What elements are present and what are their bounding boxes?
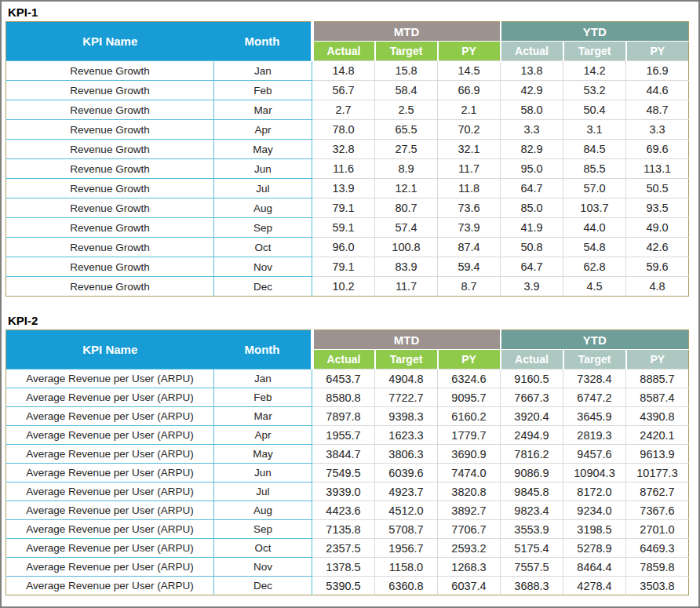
month-cell: Nov — [214, 558, 312, 577]
mtd-target-cell: 15.8 — [375, 61, 438, 81]
mtd-group-header: MTD — [312, 330, 501, 350]
table-row: Revenue GrowthMar2.72.52.158.050.448.7 — [6, 100, 689, 120]
mtd-py-cell: 8.7 — [438, 277, 501, 297]
kpi-name-cell: Average Revenue per User (ARPU) — [6, 520, 214, 539]
mtd-target-cell: 8.9 — [375, 159, 438, 179]
ytd-actual-cell: 42.9 — [501, 81, 563, 100]
month-cell: Jan — [214, 370, 312, 388]
table-row: Average Revenue per User (ARPU)Feb8580.8… — [6, 388, 689, 407]
ytd-actual-header: Actual — [501, 42, 563, 61]
mtd-py-cell: 9095.7 — [438, 388, 501, 407]
kpi-name-cell: Revenue Growth — [6, 120, 214, 140]
ytd-py-cell: 44.6 — [626, 81, 689, 100]
kpi-name-cell: Revenue Growth — [6, 257, 214, 277]
table-row: Average Revenue per User (ARPU)Jan6453.7… — [6, 370, 689, 388]
kpi-2-title: KPI-2 — [8, 313, 698, 328]
ytd-py-cell: 48.7 — [626, 100, 689, 120]
ytd-py-cell: 6469.3 — [626, 539, 689, 558]
mtd-target-header: Target — [375, 42, 438, 61]
ytd-target-cell: 50.4 — [563, 100, 626, 120]
ytd-py-cell: 4390.8 — [626, 407, 689, 426]
mtd-actual-cell: 13.9 — [312, 179, 375, 198]
mtd-target-cell: 4923.7 — [375, 482, 438, 501]
table-row: Revenue GrowthJun11.68.911.795.085.5113.… — [6, 159, 689, 179]
month-cell: Jun — [214, 464, 312, 482]
mtd-actual-cell: 1955.7 — [312, 426, 375, 445]
table-row: Revenue GrowthSep59.157.473.941.944.049.… — [6, 218, 689, 238]
ytd-py-header: PY — [626, 350, 689, 370]
kpi-name-cell: Average Revenue per User (ARPU) — [6, 445, 214, 464]
mtd-py-cell: 6037.4 — [438, 577, 501, 595]
month-cell: Apr — [214, 426, 312, 445]
group-header-row: KPI Name Month MTD YTD — [6, 330, 689, 350]
mtd-target-cell: 6039.6 — [375, 464, 438, 482]
ytd-py-cell: 7859.8 — [626, 558, 689, 577]
mtd-py-cell: 11.7 — [438, 159, 501, 179]
ytd-target-cell: 44.0 — [563, 218, 626, 238]
ytd-py-cell: 2420.1 — [626, 426, 689, 445]
kpi-name-cell: Average Revenue per User (ARPU) — [6, 577, 214, 595]
ytd-py-cell: 8885.7 — [626, 370, 689, 388]
ytd-actual-cell: 9845.8 — [501, 482, 563, 501]
table-row: Average Revenue per User (ARPU)Mar7897.8… — [6, 407, 689, 426]
mtd-target-cell: 27.5 — [375, 140, 438, 159]
ytd-actual-header: Actual — [501, 350, 563, 370]
ytd-actual-cell: 2494.9 — [501, 426, 563, 445]
kpi-name-cell: Revenue Growth — [6, 81, 214, 100]
kpi-name-cell: Average Revenue per User (ARPU) — [6, 464, 214, 482]
month-cell: Mar — [214, 100, 312, 120]
ytd-actual-cell: 3688.3 — [501, 577, 563, 595]
kpi-name-cell: Average Revenue per User (ARPU) — [6, 501, 214, 520]
ytd-py-cell: 10177.3 — [626, 464, 689, 482]
ytd-py-cell: 69.6 — [626, 140, 689, 159]
ytd-py-cell: 8762.7 — [626, 482, 689, 501]
ytd-target-header: Target — [563, 350, 626, 370]
table-row: Average Revenue per User (ARPU)Nov1378.5… — [6, 558, 689, 577]
mtd-py-cell: 2.1 — [438, 100, 501, 120]
ytd-actual-cell: 9086.9 — [501, 464, 563, 482]
ytd-actual-cell: 95.0 — [501, 159, 563, 179]
mtd-py-cell: 3820.8 — [438, 482, 501, 501]
mtd-py-cell: 6324.6 — [438, 370, 501, 388]
month-cell: May — [214, 140, 312, 159]
mtd-py-cell: 73.6 — [438, 198, 501, 218]
mtd-py-cell: 7706.7 — [438, 520, 501, 539]
month-cell: Sep — [214, 218, 312, 238]
kpi-1-title: KPI-1 — [8, 5, 698, 20]
mtd-actual-header: Actual — [312, 42, 375, 61]
month-cell: Jun — [214, 159, 312, 179]
mtd-py-cell: 73.9 — [438, 218, 501, 238]
kpi-name-cell: Average Revenue per User (ARPU) — [6, 370, 214, 388]
mtd-target-cell: 100.8 — [375, 238, 438, 257]
kpi-name-cell: Revenue Growth — [6, 198, 214, 218]
ytd-actual-cell: 9823.4 — [501, 501, 563, 520]
mtd-target-cell: 2.5 — [375, 100, 438, 120]
table-row: Average Revenue per User (ARPU)Jul3939.0… — [6, 482, 689, 501]
mtd-target-cell: 1956.7 — [375, 539, 438, 558]
ytd-target-cell: 4278.4 — [563, 577, 626, 595]
month-cell: Sep — [214, 520, 312, 539]
mtd-actual-cell: 79.1 — [312, 257, 375, 277]
mtd-actual-cell: 2357.5 — [312, 539, 375, 558]
mtd-py-cell: 3892.7 — [438, 501, 501, 520]
ytd-group-header: YTD — [501, 22, 689, 42]
mtd-py-cell: 11.8 — [438, 179, 501, 198]
ytd-py-cell: 16.9 — [626, 61, 689, 81]
ytd-actual-cell: 9160.5 — [501, 370, 563, 388]
mtd-target-cell: 83.9 — [375, 257, 438, 277]
ytd-target-cell: 3.1 — [563, 120, 626, 140]
ytd-target-cell: 85.5 — [563, 159, 626, 179]
month-cell: Nov — [214, 257, 312, 277]
ytd-actual-cell: 3553.9 — [501, 520, 563, 539]
mtd-target-cell: 12.1 — [375, 179, 438, 198]
ytd-target-cell: 7328.4 — [563, 370, 626, 388]
kpi-report-window: KPI-1 KPI Name Month MTD YTD Actual Targ… — [0, 0, 700, 608]
month-cell: Feb — [214, 388, 312, 407]
ytd-py-cell: 113.1 — [626, 159, 689, 179]
mtd-target-cell: 65.5 — [375, 120, 438, 140]
table-row: Revenue GrowthJul13.912.111.864.757.050.… — [6, 179, 689, 198]
group-header-row: KPI Name Month MTD YTD — [6, 22, 689, 42]
month-cell: Jul — [214, 179, 312, 198]
ytd-target-header: Target — [563, 42, 626, 61]
ytd-target-cell: 3645.9 — [563, 407, 626, 426]
